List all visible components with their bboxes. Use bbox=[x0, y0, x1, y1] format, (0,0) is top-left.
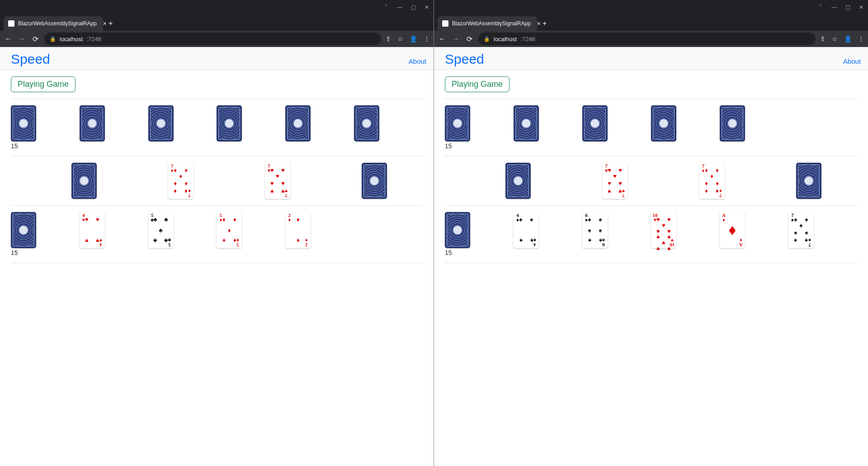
card-back bbox=[354, 105, 379, 141]
card-10-hearts[interactable]: 10♥♥♥♥♥♥♥♥♥♥♥10♥ bbox=[651, 212, 676, 248]
hand-card-slot[interactable]: 10♥♥♥♥♥♥♥♥♥♥♥10♥ bbox=[651, 212, 720, 248]
game-status-button[interactable]: Playing Game bbox=[11, 76, 75, 92]
app-navbar: SpeedAbout bbox=[434, 47, 868, 70]
forward-button[interactable]: → bbox=[451, 35, 460, 43]
url-input[interactable]: 🔒localhost:7248 bbox=[44, 33, 381, 45]
card-corner-bottom: 2♦ bbox=[304, 238, 309, 247]
new-tab-button[interactable]: + bbox=[537, 16, 552, 31]
side-pile-left[interactable] bbox=[36, 163, 132, 199]
game-area: Playing Game157♦♦♦♦♦♦♦♦7♦7♥♥♥♥♥♥♥♥7♥4♥♥♥… bbox=[0, 70, 434, 276]
card-back[interactable] bbox=[362, 163, 387, 199]
star-icon[interactable]: ☆ bbox=[397, 35, 403, 42]
card-corner-bottom: 4♥ bbox=[98, 238, 104, 247]
card-5-diamonds[interactable]: 5♦♦♦♦♦♦5♦ bbox=[217, 212, 242, 248]
game-status-button[interactable]: Playing Game bbox=[445, 76, 509, 92]
hand-card-slot[interactable]: 4♥♥♥♥♥4♥ bbox=[80, 212, 148, 248]
minimize-icon[interactable]: — bbox=[831, 4, 837, 10]
play-pile-right[interactable]: 7♥♥♥♥♥♥♥♥7♥ bbox=[229, 163, 326, 199]
hand-card-slot[interactable]: 6♠♠♠♠♠♠♠6♠ bbox=[582, 212, 651, 248]
card-6-spades[interactable]: 6♠♠♠♠♠♠♠6♠ bbox=[582, 212, 608, 248]
menu-icon[interactable]: ⋮ bbox=[858, 35, 864, 42]
address-bar: ←→⟳🔒localhost:7248⇪☆👤⋮ bbox=[0, 31, 434, 47]
browser-window-right: ˅—▢✕BlazorWebAssemblySignalRApp×+←→⟳🔒loc… bbox=[434, 0, 868, 466]
new-tab-button[interactable]: + bbox=[103, 16, 118, 31]
browser-tab[interactable]: BlazorWebAssemblySignalRApp× bbox=[438, 16, 537, 31]
card-7-hearts[interactable]: 7♥♥♥♥♥♥♥♥7♥ bbox=[602, 163, 627, 199]
card-back[interactable] bbox=[445, 212, 470, 248]
hand-card-slot[interactable]: 4♠♠♠♠♠4♠ bbox=[514, 212, 582, 248]
reload-button[interactable]: ⟳ bbox=[465, 35, 474, 43]
url-host: localhost bbox=[60, 36, 83, 42]
close-icon[interactable]: ✕ bbox=[424, 4, 430, 10]
card-5-clubs[interactable]: 5♣♣♣♣♣♣5♣ bbox=[148, 212, 174, 248]
hand-card-slot[interactable]: 2♦♦♦2♦ bbox=[285, 212, 354, 248]
card-4-hearts[interactable]: 4♥♥♥♥♥4♥ bbox=[80, 212, 105, 248]
card-back[interactable] bbox=[71, 163, 97, 199]
card-back[interactable] bbox=[796, 163, 821, 199]
card-back[interactable] bbox=[11, 212, 36, 248]
about-link[interactable]: About bbox=[843, 57, 861, 67]
share-icon[interactable]: ⇪ bbox=[386, 35, 391, 42]
side-pile-right[interactable] bbox=[760, 163, 857, 199]
side-pile-left[interactable] bbox=[470, 163, 566, 199]
card-7-hearts[interactable]: 7♥♥♥♥♥♥♥♥7♥ bbox=[265, 163, 290, 199]
minimize-icon[interactable]: — bbox=[396, 4, 403, 10]
card-back[interactable] bbox=[505, 163, 531, 199]
hand-card-slot[interactable]: 7♠♠♠♠♠♠♠♠7♠ bbox=[788, 212, 857, 248]
opponent-row bbox=[11, 105, 423, 141]
favicon-icon bbox=[442, 20, 448, 27]
forward-button[interactable]: → bbox=[17, 35, 26, 43]
card-back bbox=[514, 105, 539, 141]
reload-button[interactable]: ⟳ bbox=[31, 35, 40, 43]
card-corner-bottom: 7♠ bbox=[807, 238, 812, 247]
card-A-diamonds[interactable]: A♦♦A♦ bbox=[720, 212, 745, 248]
opponent-card-slot bbox=[651, 105, 720, 141]
maximize-icon[interactable]: ▢ bbox=[844, 4, 851, 10]
card-7-spades[interactable]: 7♠♠♠♠♠♠♠♠7♠ bbox=[788, 212, 814, 248]
about-link[interactable]: About bbox=[409, 57, 426, 67]
play-pile-left[interactable]: 7♦♦♦♦♦♦♦♦7♦ bbox=[132, 163, 229, 199]
url-host: localhost bbox=[494, 36, 517, 42]
back-button[interactable]: ← bbox=[438, 35, 447, 43]
address-bar: ←→⟳🔒localhost:7248⇪☆👤⋮ bbox=[434, 31, 868, 47]
hand-card-slot[interactable]: 5♣♣♣♣♣♣5♣ bbox=[148, 212, 217, 248]
brand-link[interactable]: Speed bbox=[11, 52, 50, 67]
profile-icon[interactable]: 👤 bbox=[410, 35, 417, 42]
window-titlebar: ˅—▢✕ bbox=[0, 0, 434, 14]
back-button[interactable]: ← bbox=[4, 35, 13, 43]
play-pile-right[interactable]: 7♦♦♦♦♦♦♦♦7♦ bbox=[663, 163, 760, 199]
profile-icon[interactable]: 👤 bbox=[844, 35, 852, 42]
lock-icon: 🔒 bbox=[484, 36, 490, 42]
close-icon[interactable]: ✕ bbox=[858, 4, 864, 10]
dropdown-icon[interactable]: ˅ bbox=[383, 4, 389, 10]
page-content: SpeedAboutPlaying Game157♥♥♥♥♥♥♥♥7♥7♦♦♦♦… bbox=[434, 47, 868, 466]
player-deck-count: 15 bbox=[11, 249, 423, 256]
card-4-spades[interactable]: 4♠♠♠♠♠4♠ bbox=[514, 212, 539, 248]
hand-card-slot[interactable]: A♦♦A♦ bbox=[720, 212, 788, 248]
url-input[interactable]: 🔒localhost:7248 bbox=[478, 33, 816, 45]
card-corner-bottom: 6♠ bbox=[601, 238, 606, 247]
play-pile-left[interactable]: 7♥♥♥♥♥♥♥♥7♥ bbox=[566, 163, 663, 199]
lock-icon: 🔒 bbox=[50, 36, 56, 42]
middle-row: 7♦♦♦♦♦♦♦♦7♦7♥♥♥♥♥♥♥♥7♥ bbox=[11, 163, 423, 199]
player-draw-pile[interactable] bbox=[445, 212, 514, 248]
star-icon[interactable]: ☆ bbox=[832, 35, 838, 42]
browser-tab[interactable]: BlazorWebAssemblySignalRApp× bbox=[4, 16, 103, 31]
hand-card-slot[interactable]: 5♦♦♦♦♦♦5♦ bbox=[217, 212, 285, 248]
opponent-card-slot bbox=[445, 105, 514, 141]
menu-icon[interactable]: ⋮ bbox=[424, 35, 430, 42]
player-draw-pile[interactable] bbox=[11, 212, 80, 248]
dropdown-icon[interactable]: ˅ bbox=[817, 4, 824, 10]
card-back bbox=[80, 105, 105, 141]
card-corner-bottom: 7♦ bbox=[187, 188, 192, 198]
brand-link[interactable]: Speed bbox=[445, 52, 484, 67]
tab-title: BlazorWebAssemblySignalRApp bbox=[452, 20, 531, 27]
card-corner-bottom: 5♣ bbox=[167, 238, 172, 247]
card-back bbox=[651, 105, 676, 141]
side-pile-right[interactable] bbox=[326, 163, 423, 199]
card-7-diamonds[interactable]: 7♦♦♦♦♦♦♦♦7♦ bbox=[168, 163, 193, 199]
card-7-diamonds[interactable]: 7♦♦♦♦♦♦♦♦7♦ bbox=[699, 163, 725, 199]
share-icon[interactable]: ⇪ bbox=[820, 35, 826, 42]
card-2-diamonds[interactable]: 2♦♦♦2♦ bbox=[285, 212, 311, 248]
maximize-icon[interactable]: ▢ bbox=[410, 4, 416, 10]
